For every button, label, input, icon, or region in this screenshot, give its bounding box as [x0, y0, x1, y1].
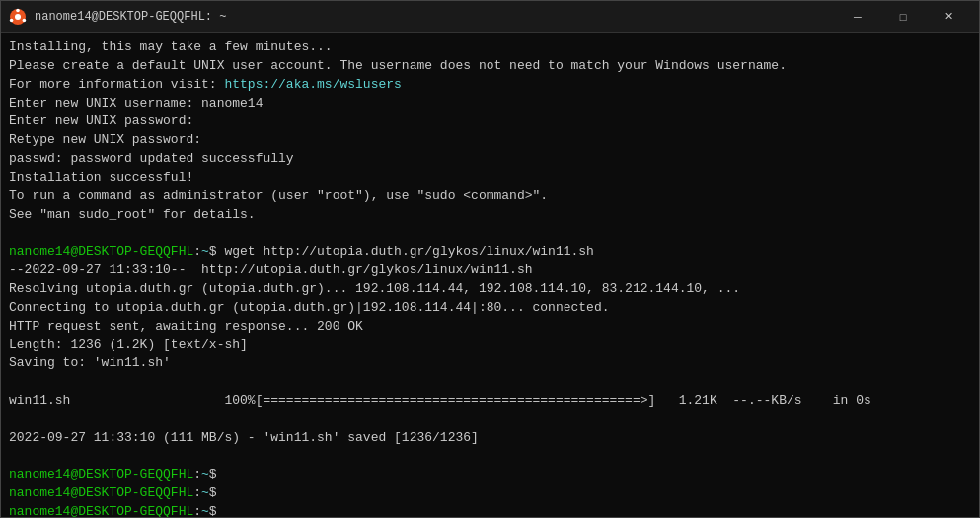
window-controls: ─ □ ✕	[835, 1, 971, 33]
terminal-output[interactable]: Installing, this may take a few minutes.…	[1, 33, 979, 517]
line-4: Enter new UNIX username: nanome14	[9, 95, 971, 113]
svg-point-1	[15, 14, 21, 20]
svg-point-4	[10, 18, 14, 22]
line-wget-5: Length: 1236 (1.2K) [text/x-sh]	[9, 336, 971, 355]
terminal-window: nanome14@DESKTOP-GEQQFHL: ~ ─ □ ✕ Instal…	[0, 0, 980, 518]
svg-point-2	[16, 8, 20, 12]
line-blank-2	[9, 373, 971, 392]
svg-point-3	[23, 18, 27, 22]
maximize-button[interactable]: □	[880, 1, 926, 33]
line-wget-3: Connecting to utopia.duth.gr (utopia.dut…	[9, 299, 971, 318]
line-wget-4: HTTP request sent, awaiting response... …	[9, 318, 971, 336]
line-blank-3	[9, 410, 971, 429]
link-wslusers: https://aka.ms/wslusers	[224, 77, 401, 92]
line-5: Enter new UNIX password:	[9, 112, 971, 131]
line-9: To run a command as administrator (user …	[9, 187, 971, 206]
line-7: passwd: password updated successfully	[9, 150, 971, 169]
line-8: Installation successful!	[9, 169, 971, 187]
prompt-empty-2: nanome14@DESKTOP-GEQQFHL:~$	[9, 484, 971, 503]
line-1: Installing, this may take a few minutes.…	[9, 38, 971, 57]
ubuntu-icon	[9, 8, 27, 26]
line-wget-6: Saving to: 'win11.sh'	[9, 354, 971, 373]
titlebar: nanome14@DESKTOP-GEQQFHL: ~ ─ □ ✕	[1, 1, 979, 33]
prompt-empty-3: nanome14@DESKTOP-GEQQFHL:~$	[9, 503, 971, 517]
line-10: See "man sudo_root" for details.	[9, 206, 971, 225]
line-wget-1: --2022-09-27 11:33:10-- http://utopia.du…	[9, 261, 971, 280]
prompt-wget: nanome14@DESKTOP-GEQQFHL:~$ wget http://…	[9, 243, 971, 261]
window-title: nanome14@DESKTOP-GEQQFHL: ~	[35, 10, 827, 24]
line-wget-2: Resolving utopia.duth.gr (utopia.duth.gr…	[9, 280, 971, 299]
line-2: Please create a default UNIX user accoun…	[9, 57, 971, 76]
minimize-button[interactable]: ─	[835, 1, 880, 33]
line-blank-4	[9, 448, 971, 467]
progress-bar: win11.sh 100%[==========================…	[9, 392, 971, 410]
line-blank-1	[9, 224, 971, 243]
line-3: For more information visit: https://aka.…	[9, 76, 971, 95]
close-button[interactable]: ✕	[926, 1, 971, 33]
line-saved: 2022-09-27 11:33:10 (111 MB/s) - 'win11.…	[9, 429, 971, 448]
prompt-empty-1: nanome14@DESKTOP-GEQQFHL:~$	[9, 466, 971, 484]
line-6: Retype new UNIX password:	[9, 131, 971, 150]
